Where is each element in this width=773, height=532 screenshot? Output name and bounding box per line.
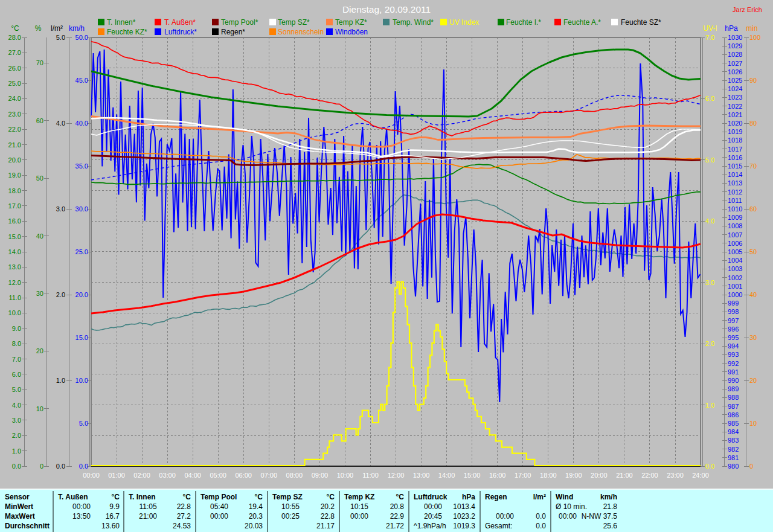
svg-text:1015: 1015 bbox=[728, 162, 742, 170]
svg-text:980: 980 bbox=[728, 463, 739, 470]
svg-text:0.0: 0.0 bbox=[536, 522, 546, 530]
svg-text:17:00: 17:00 bbox=[515, 472, 531, 479]
svg-text:24:00: 24:00 bbox=[692, 472, 709, 479]
svg-text:Luftdruck*: Luftdruck* bbox=[164, 28, 197, 36]
svg-text:981: 981 bbox=[728, 454, 739, 461]
svg-text:35.0: 35.0 bbox=[75, 162, 88, 170]
svg-text:T. Innen*: T. Innen* bbox=[107, 18, 136, 27]
svg-text:60: 60 bbox=[749, 205, 757, 213]
svg-text:1010: 1010 bbox=[728, 205, 742, 213]
svg-text:1019: 1019 bbox=[728, 128, 742, 135]
svg-text:1014: 1014 bbox=[728, 171, 742, 178]
svg-text:989: 989 bbox=[728, 385, 739, 393]
svg-text:10:15: 10:15 bbox=[350, 502, 368, 511]
svg-text:991: 991 bbox=[728, 368, 739, 376]
svg-text:20.0: 20.0 bbox=[75, 291, 88, 298]
svg-text:5.0: 5.0 bbox=[56, 34, 65, 41]
svg-text:996: 996 bbox=[728, 325, 739, 333]
svg-text:1005: 1005 bbox=[728, 248, 742, 255]
svg-text:1021: 1021 bbox=[728, 111, 742, 118]
svg-text:1019.3: 1019.3 bbox=[453, 522, 475, 530]
svg-text:00:00: 00:00 bbox=[83, 472, 100, 479]
svg-text:°C: °C bbox=[327, 493, 335, 501]
svg-text:10: 10 bbox=[36, 405, 43, 412]
svg-text:1025: 1025 bbox=[728, 77, 742, 84]
svg-text:14:00: 14:00 bbox=[438, 472, 455, 479]
svg-text:1027: 1027 bbox=[728, 60, 742, 67]
svg-text:22.9: 22.9 bbox=[390, 512, 405, 521]
svg-text:19.4: 19.4 bbox=[249, 502, 263, 511]
svg-text:24.53: 24.53 bbox=[173, 522, 191, 530]
svg-text:11.0: 11.0 bbox=[8, 294, 21, 301]
svg-text:00:00: 00:00 bbox=[496, 512, 514, 521]
svg-text:21.8: 21.8 bbox=[603, 502, 618, 511]
svg-text:50: 50 bbox=[749, 248, 757, 255]
svg-text:994: 994 bbox=[728, 342, 739, 350]
svg-text:992: 992 bbox=[728, 360, 739, 367]
svg-text:1020: 1020 bbox=[728, 120, 742, 127]
svg-text:Feuchte KZ*: Feuchte KZ* bbox=[107, 28, 147, 36]
svg-text:Temp. Wind*: Temp. Wind* bbox=[393, 18, 434, 27]
svg-text:1009: 1009 bbox=[728, 214, 742, 221]
svg-text:7.0: 7.0 bbox=[12, 356, 21, 363]
svg-text:1006: 1006 bbox=[728, 240, 742, 247]
svg-text:2.0: 2.0 bbox=[56, 291, 65, 298]
svg-text:Luftdruck: Luftdruck bbox=[414, 493, 447, 501]
svg-text:997: 997 bbox=[728, 317, 739, 324]
svg-text:1026: 1026 bbox=[728, 68, 742, 75]
svg-text:MinWert: MinWert bbox=[5, 502, 33, 511]
svg-text:80: 80 bbox=[749, 120, 757, 127]
svg-text:987: 987 bbox=[728, 403, 739, 410]
svg-text:27.2: 27.2 bbox=[177, 512, 191, 521]
svg-text:km/h: km/h bbox=[69, 24, 85, 33]
svg-text:10.0: 10.0 bbox=[8, 309, 21, 316]
svg-text:27.0: 27.0 bbox=[8, 49, 21, 56]
svg-text:21:00: 21:00 bbox=[139, 512, 157, 521]
svg-text:20.8: 20.8 bbox=[390, 502, 405, 511]
svg-text:28.0: 28.0 bbox=[8, 34, 21, 41]
svg-text:^1.9hPa/h: ^1.9hPa/h bbox=[414, 522, 446, 530]
svg-text:11:00: 11:00 bbox=[362, 472, 379, 479]
svg-text:00:25: 00:25 bbox=[281, 512, 300, 521]
svg-text:UV Index: UV Index bbox=[449, 18, 479, 27]
svg-text:993: 993 bbox=[728, 351, 739, 358]
svg-text:40: 40 bbox=[749, 291, 757, 298]
svg-text:6.0: 6.0 bbox=[12, 371, 21, 378]
svg-text:05:40: 05:40 bbox=[210, 502, 228, 511]
svg-text:Feuchte I.*: Feuchte I.* bbox=[506, 18, 541, 27]
svg-text:999: 999 bbox=[728, 300, 739, 307]
svg-text:14.0: 14.0 bbox=[8, 248, 21, 255]
svg-text:15:00: 15:00 bbox=[464, 472, 481, 479]
svg-text:17.0: 17.0 bbox=[8, 202, 21, 210]
svg-text:995: 995 bbox=[728, 334, 739, 341]
svg-text:00:00: 00:00 bbox=[424, 502, 442, 511]
svg-text:22.8: 22.8 bbox=[321, 512, 335, 521]
svg-text:2.0: 2.0 bbox=[705, 340, 714, 347]
svg-text:l/m²: l/m² bbox=[51, 24, 63, 33]
svg-text:Temp SZ: Temp SZ bbox=[272, 493, 303, 501]
svg-text:5.0: 5.0 bbox=[79, 420, 88, 427]
svg-text:50.0: 50.0 bbox=[75, 34, 88, 41]
svg-text:12:00: 12:00 bbox=[388, 472, 405, 479]
svg-text:25.6: 25.6 bbox=[603, 522, 618, 530]
svg-text:1018: 1018 bbox=[728, 136, 742, 144]
svg-text:21.72: 21.72 bbox=[386, 522, 404, 530]
svg-text:1.0: 1.0 bbox=[705, 402, 714, 409]
svg-text:15.0: 15.0 bbox=[75, 334, 88, 341]
svg-text:20: 20 bbox=[36, 347, 43, 354]
svg-text:10:00: 10:00 bbox=[337, 472, 354, 479]
svg-text:4.0: 4.0 bbox=[12, 402, 21, 409]
svg-text:1024: 1024 bbox=[728, 85, 742, 92]
svg-text:00:00: 00:00 bbox=[72, 502, 91, 511]
svg-text:20.03: 20.03 bbox=[245, 522, 263, 530]
svg-text:50: 50 bbox=[36, 175, 43, 182]
svg-text:2.0: 2.0 bbox=[12, 432, 21, 439]
svg-text:45.0: 45.0 bbox=[75, 77, 88, 84]
svg-text:998: 998 bbox=[728, 308, 739, 315]
svg-text:Sonnenschein: Sonnenschein bbox=[278, 28, 324, 36]
svg-text:982: 982 bbox=[728, 446, 739, 453]
svg-text:02:00: 02:00 bbox=[133, 472, 150, 479]
svg-text:Gesamt:: Gesamt: bbox=[485, 522, 512, 530]
svg-text:12.0: 12.0 bbox=[8, 279, 21, 286]
svg-text:20: 20 bbox=[749, 377, 757, 384]
